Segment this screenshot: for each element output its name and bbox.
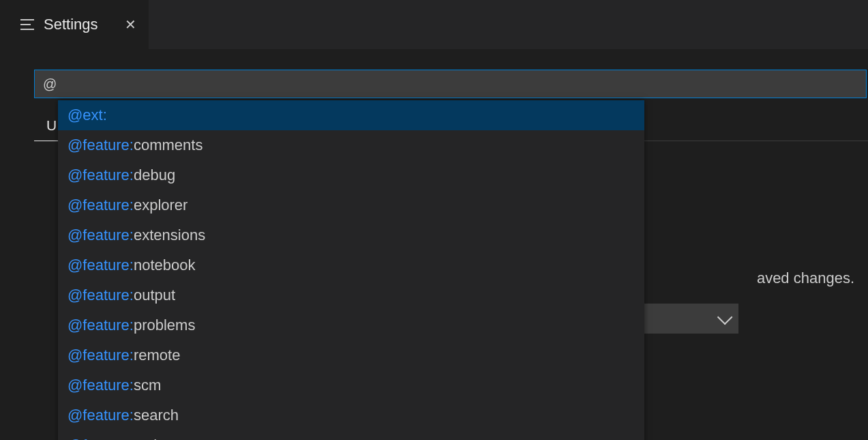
suggestion-value: search (134, 403, 179, 428)
suggestion-at: @ (68, 403, 83, 428)
suggestion-at: @ (68, 103, 83, 128)
search-suggestions: @ext:@feature:comments@feature:debug@fea… (58, 100, 644, 440)
suggestion-at: @ (68, 373, 83, 398)
suggestion-item[interactable]: @feature:extensions (58, 220, 644, 250)
suggestion-value: explorer (134, 193, 188, 218)
suggestion-value: extensions (134, 223, 205, 248)
suggestion-item[interactable]: @ext: (58, 100, 644, 130)
suggestion-at: @ (68, 433, 83, 440)
suggestion-prefix: feature: (83, 373, 134, 398)
suggestion-prefix: feature: (83, 433, 134, 440)
suggestion-value: problems (134, 313, 195, 338)
suggestion-prefix: feature: (83, 223, 134, 248)
suggestion-item[interactable]: @feature:notebook (58, 250, 644, 280)
suggestion-prefix: feature: (83, 313, 134, 338)
suggestion-item[interactable]: @feature:output (58, 280, 644, 310)
chevron-down-icon (717, 310, 733, 325)
suggestion-value: output (134, 283, 175, 308)
settings-list-icon (20, 19, 34, 30)
suggestion-prefix: feature: (83, 163, 134, 188)
suggestion-item[interactable]: @feature:remote (58, 340, 644, 370)
tab-bar: Settings ✕ (0, 0, 868, 49)
suggestion-prefix: feature: (83, 343, 134, 368)
settings-search-input[interactable] (34, 70, 867, 98)
suggestion-at: @ (68, 163, 83, 188)
setting-description-partial: aved changes. (757, 269, 854, 287)
suggestion-prefix: feature: (83, 403, 134, 428)
suggestion-item[interactable]: @feature:problems (58, 310, 644, 340)
suggestion-at: @ (68, 193, 83, 218)
close-icon[interactable]: ✕ (125, 16, 136, 33)
suggestion-value: task (134, 433, 161, 440)
suggestion-item[interactable]: @feature:search (58, 400, 644, 430)
suggestion-at: @ (68, 313, 83, 338)
suggestion-prefix: feature: (83, 283, 134, 308)
suggestion-prefix: feature: (83, 133, 134, 158)
suggestion-value: notebook (134, 253, 196, 278)
suggestion-at: @ (68, 223, 83, 248)
suggestion-value: debug (134, 163, 175, 188)
tab-settings[interactable]: Settings ✕ (20, 0, 149, 49)
suggestion-item[interactable]: @feature:debug (58, 160, 644, 190)
suggestion-prefix: feature: (83, 193, 134, 218)
suggestion-at: @ (68, 283, 83, 308)
suggestion-item[interactable]: @feature:explorer (58, 190, 644, 220)
tab-bar-empty (149, 0, 869, 49)
suggestion-item[interactable]: @feature:comments (58, 130, 644, 160)
suggestion-value: remote (134, 343, 180, 368)
setting-dropdown[interactable] (638, 304, 738, 334)
suggestion-at: @ (68, 343, 83, 368)
tab-title: Settings (44, 16, 98, 33)
suggestion-at: @ (68, 133, 83, 158)
suggestion-item[interactable]: @feature:scm (58, 370, 644, 400)
suggestion-prefix: ext: (83, 103, 106, 128)
suggestion-item[interactable]: @feature:task (58, 430, 644, 440)
suggestion-at: @ (68, 253, 83, 278)
suggestion-value: scm (134, 373, 161, 398)
search-container (34, 70, 867, 98)
suggestion-prefix: feature: (83, 253, 134, 278)
suggestion-value: comments (134, 133, 203, 158)
